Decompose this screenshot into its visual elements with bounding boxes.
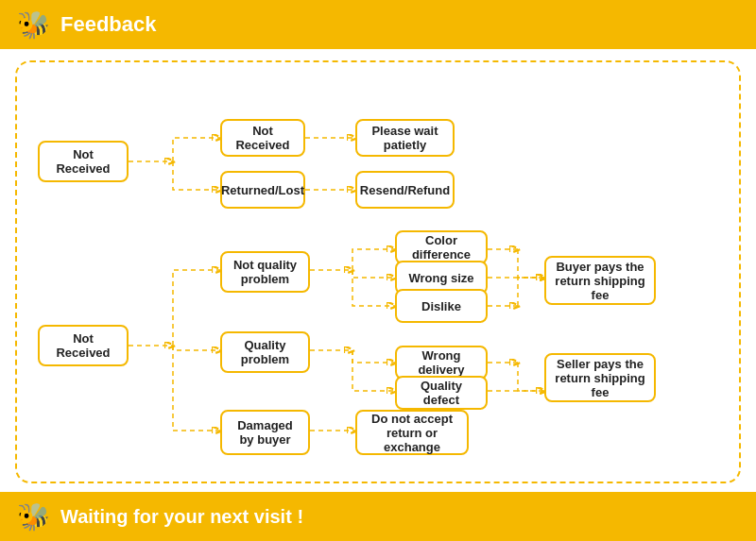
quality-defect: Quality defect: [395, 376, 488, 410]
not-quality-problem: Not quality problem: [220, 251, 310, 293]
seller-pays: Seller pays the return shipping fee: [544, 353, 656, 402]
do-not-accept: Do not accept return or exchange: [355, 410, 469, 455]
not-received-top-left: Not Received: [38, 141, 129, 182]
header-title: Feedback: [60, 12, 157, 37]
not-received-bottom-left: Not Received: [38, 325, 129, 366]
color-difference: Color difference: [395, 230, 488, 264]
quality-problem: Quality problem: [220, 331, 310, 373]
dislike: Dislike: [395, 289, 488, 323]
bee-icon-footer: 🐝: [15, 499, 51, 534]
diagram-container: Not Received Not Received Returned/Lost …: [15, 60, 741, 483]
footer-title: Waiting for your next visit !: [60, 506, 303, 528]
footer: 🐝 Waiting for your next visit !: [0, 492, 756, 541]
resend-refund: Resend/Refund: [355, 171, 455, 209]
not-received-branch-top: Not Received: [220, 119, 305, 157]
returned-lost: Returned/Lost: [220, 171, 305, 209]
buyer-pays: Buyer pays the return shipping fee: [544, 256, 656, 305]
header: 🐝 Feedback: [0, 0, 756, 49]
bee-icon-header: 🐝: [15, 7, 51, 42]
wrong-delivery: Wrong delivery: [395, 346, 488, 380]
please-wait: Please wait patietly: [355, 119, 455, 157]
damaged-by-buyer: Damaged by buyer: [220, 410, 310, 455]
